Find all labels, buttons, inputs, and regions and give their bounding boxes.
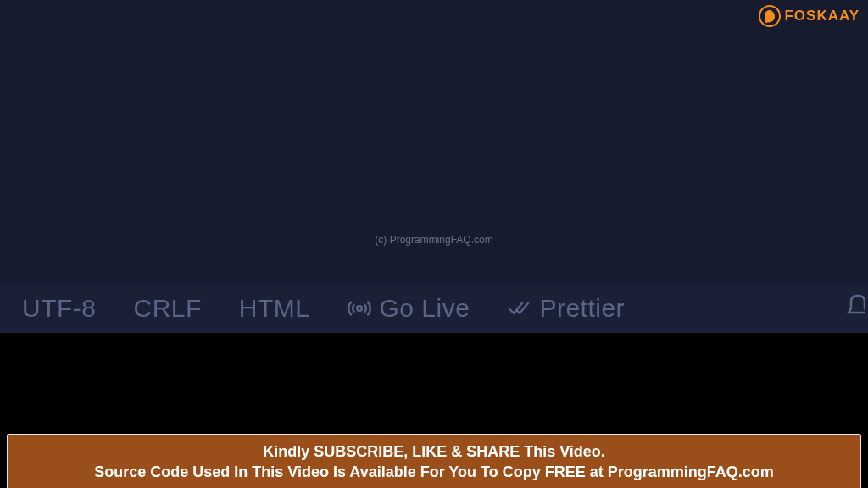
status-encoding[interactable]: UTF-8 <box>0 294 115 323</box>
status-language-label: HTML <box>239 294 310 323</box>
watermark-text: (c) ProgrammingFAQ.com <box>375 234 492 246</box>
status-go-live-label: Go Live <box>380 294 470 323</box>
svg-point-0 <box>357 306 362 311</box>
status-language-mode[interactable]: HTML <box>220 294 329 323</box>
double-check-icon <box>507 297 531 320</box>
status-formatter[interactable]: Prettier <box>488 294 643 323</box>
editor-status-bar: UTF-8 CRLF HTML Go Live Prettier <box>0 284 868 333</box>
status-eol[interactable]: CRLF <box>115 294 220 323</box>
brand-logo: FOSKAAY <box>759 5 860 27</box>
cta-line2: Source Code Used In This Video Is Availa… <box>18 462 850 482</box>
brand-name: FOSKAAY <box>784 8 860 25</box>
cta-banner: Kindly SUBSCRIBE, LIKE & SHARE This Vide… <box>7 434 861 488</box>
status-formatter-label: Prettier <box>539 294 625 323</box>
bell-icon <box>844 292 865 319</box>
cta-line1: Kindly SUBSCRIBE, LIKE & SHARE This Vide… <box>18 441 850 462</box>
status-encoding-label: UTF-8 <box>22 294 97 323</box>
status-go-live[interactable]: Go Live <box>329 294 489 323</box>
editor-upper-panel: FOSKAAY (c) ProgrammingFAQ.com <box>0 0 868 284</box>
status-eol-label: CRLF <box>134 294 202 323</box>
notifications-button[interactable] <box>844 292 865 326</box>
brand-logo-icon <box>759 5 781 27</box>
broadcast-icon <box>348 297 371 320</box>
